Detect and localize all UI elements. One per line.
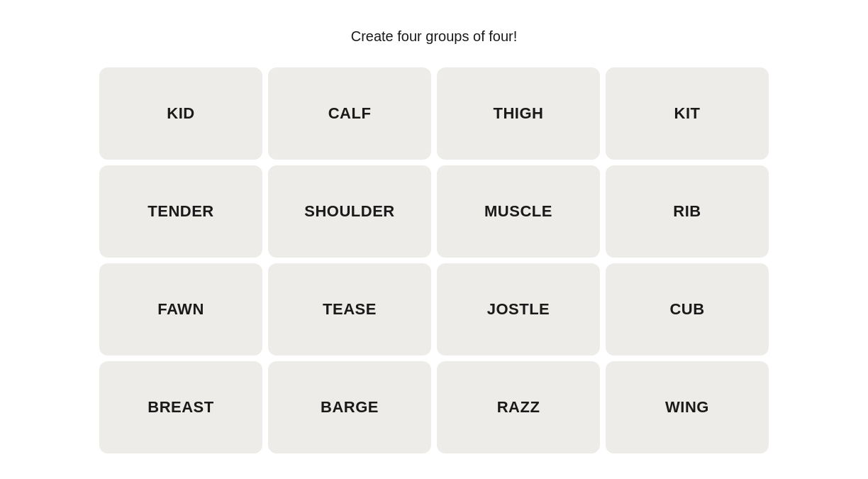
tile-razz[interactable]: RAZZ bbox=[437, 361, 600, 453]
tile-label-shoulder: SHOULDER bbox=[304, 202, 394, 221]
tile-tease[interactable]: TEASE bbox=[268, 263, 431, 356]
tile-wing[interactable]: WING bbox=[606, 361, 769, 453]
tile-thigh[interactable]: THIGH bbox=[437, 67, 600, 160]
tile-fawn[interactable]: FAWN bbox=[99, 263, 262, 356]
tile-label-cub: CUB bbox=[669, 300, 704, 319]
tile-tender[interactable]: TENDER bbox=[99, 165, 262, 258]
tile-label-kit: KIT bbox=[674, 104, 701, 123]
tile-label-tender: TENDER bbox=[148, 202, 213, 221]
tile-shoulder[interactable]: SHOULDER bbox=[268, 165, 431, 258]
tile-label-rib: RIB bbox=[673, 202, 701, 221]
tile-kit[interactable]: KIT bbox=[606, 67, 769, 160]
tile-label-tease: TEASE bbox=[323, 300, 377, 319]
word-grid: KIDCALFTHIGHKITTENDERSHOULDERMUSCLERIBFA… bbox=[99, 67, 769, 453]
tile-cub[interactable]: CUB bbox=[606, 263, 769, 356]
tile-label-kid: KID bbox=[167, 104, 194, 123]
page-title: Create four groups of four! bbox=[351, 28, 518, 45]
tile-label-jostle: JOSTLE bbox=[487, 300, 550, 319]
tile-label-breast: BREAST bbox=[148, 398, 213, 417]
tile-label-wing: WING bbox=[665, 398, 709, 417]
tile-label-calf: CALF bbox=[328, 104, 372, 123]
tile-label-razz: RAZZ bbox=[497, 398, 540, 417]
tile-kid[interactable]: KID bbox=[99, 67, 262, 160]
tile-muscle[interactable]: MUSCLE bbox=[437, 165, 600, 258]
tile-label-fawn: FAWN bbox=[157, 300, 204, 319]
tile-label-barge: BARGE bbox=[321, 398, 379, 417]
tile-label-muscle: MUSCLE bbox=[484, 202, 552, 221]
tile-rib[interactable]: RIB bbox=[606, 165, 769, 258]
tile-breast[interactable]: BREAST bbox=[99, 361, 262, 453]
tile-barge[interactable]: BARGE bbox=[268, 361, 431, 453]
tile-jostle[interactable]: JOSTLE bbox=[437, 263, 600, 356]
tile-label-thigh: THIGH bbox=[494, 104, 544, 123]
tile-calf[interactable]: CALF bbox=[268, 67, 431, 160]
